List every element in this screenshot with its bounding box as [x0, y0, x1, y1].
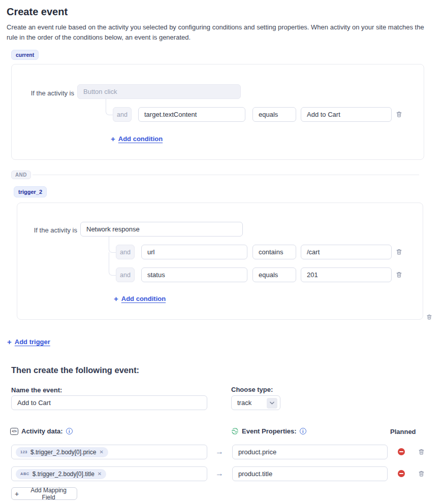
add-condition-button[interactable]: + Add condition — [114, 295, 166, 303]
condition-value-input[interactable] — [301, 245, 392, 259]
add-mapping-field-button[interactable]: + Add Mapping Field — [11, 487, 77, 500]
create-event-page: Create event Create an event rule based … — [0, 0, 444, 504]
trash-icon — [396, 111, 402, 118]
event-type-label: Choose type: — [231, 386, 273, 393]
plus-icon: + — [7, 338, 12, 346]
event-name-input[interactable] — [11, 395, 207, 410]
and-divider-line — [33, 175, 419, 175]
activity-data-header: </> Activity data: i — [10, 427, 73, 435]
event-name-label: Name the event: — [11, 386, 62, 394]
condition-connector-line — [109, 237, 116, 253]
mapping-source-field[interactable]: ABC $.trigger_2.body[0].title ✕ — [11, 466, 207, 481]
condition-operator-input[interactable] — [252, 267, 296, 282]
condition-connector-line — [106, 99, 113, 115]
condition-operator-input[interactable] — [252, 107, 296, 122]
minus-circle-icon[interactable] — [398, 470, 405, 477]
condition-value-input[interactable] — [301, 267, 392, 282]
close-icon[interactable]: ✕ — [99, 450, 103, 455]
info-icon[interactable]: i — [300, 428, 306, 434]
delete-condition-button[interactable] — [396, 111, 402, 118]
event-type-value: track — [237, 399, 251, 407]
source-path-pill: 123 $.trigger_2.body[0].price ✕ — [16, 447, 108, 457]
trash-icon — [418, 448, 425, 455]
planned-header: Planned — [390, 428, 416, 435]
mapping-source-field[interactable]: 123 $.trigger_2.body[0].price ✕ — [11, 445, 207, 459]
event-type-select[interactable]: track — [231, 395, 280, 410]
info-icon[interactable]: i — [66, 428, 73, 434]
current-trigger-badge: current — [11, 50, 39, 60]
chevron-down-icon — [267, 398, 277, 409]
if-activity-label: If the activity is — [17, 226, 77, 234]
delete-mapping-button[interactable] — [418, 470, 425, 477]
activity-type-input[interactable] — [77, 84, 241, 99]
delete-condition-button[interactable] — [396, 248, 402, 255]
delete-trigger-button[interactable] — [426, 314, 432, 320]
if-activity-label: If the activity is — [11, 89, 74, 97]
number-type-tag: 123 — [20, 450, 27, 454]
string-type-tag: ABC — [20, 472, 29, 476]
event-section-heading: Then create the following event: — [11, 365, 139, 375]
and-connector-chip: and — [116, 245, 135, 259]
close-icon[interactable]: ✕ — [98, 472, 102, 477]
and-divider-chip: AND — [11, 171, 31, 179]
trash-icon — [396, 271, 402, 278]
arrow-right-icon: → — [215, 469, 224, 478]
plus-icon: + — [111, 135, 115, 143]
condition-value-input[interactable] — [301, 107, 392, 122]
trash-icon — [396, 248, 402, 255]
arrow-right-icon: → — [215, 447, 224, 456]
condition-operator-input[interactable] — [252, 245, 296, 259]
source-path-pill: ABC $.trigger_2.body[0].title ✕ — [16, 469, 106, 479]
event-properties-header: Event Properties: i — [231, 427, 306, 435]
mapping-target-input[interactable] — [232, 466, 388, 481]
delete-condition-button[interactable] — [396, 271, 402, 278]
activity-type-input[interactable] — [80, 222, 243, 237]
delete-mapping-button[interactable] — [418, 448, 425, 455]
condition-field-input[interactable] — [138, 107, 245, 122]
trash-icon — [426, 314, 432, 320]
mapping-target-input[interactable] — [232, 445, 388, 459]
and-connector-chip: and — [116, 267, 135, 282]
condition-field-input[interactable] — [141, 245, 247, 259]
code-icon: </> — [10, 428, 18, 435]
condition-connector-line — [109, 252, 116, 276]
plus-icon: + — [15, 490, 19, 497]
page-title: Create event — [7, 6, 68, 18]
trigger-card-2 — [17, 203, 423, 320]
trigger2-badge: trigger_2 — [14, 186, 47, 197]
add-condition-button[interactable]: + Add condition — [111, 135, 163, 143]
and-connector-chip: and — [113, 107, 132, 122]
page-description: Create an event rule based on the activi… — [7, 22, 436, 43]
condition-field-input[interactable] — [141, 267, 247, 282]
trash-icon — [418, 470, 425, 477]
add-trigger-button[interactable]: + Add trigger — [7, 338, 50, 346]
segment-logo-icon — [231, 427, 239, 435]
plus-icon: + — [114, 295, 118, 303]
minus-circle-icon[interactable] — [398, 448, 405, 455]
